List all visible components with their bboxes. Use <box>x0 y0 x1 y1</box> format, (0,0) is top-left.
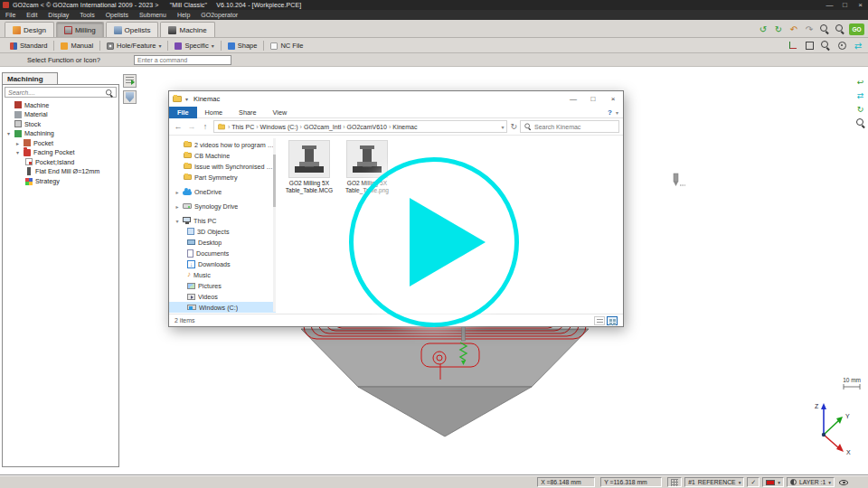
tree-item-material[interactable]: Material <box>3 110 118 120</box>
minimize-button[interactable]: — <box>822 0 837 10</box>
tree-expand-icon[interactable]: ▸ <box>14 140 21 146</box>
explorer-search-input[interactable] <box>534 124 616 130</box>
chevron-right-icon[interactable]: ▸ <box>175 203 180 210</box>
breadcrumb[interactable]: › This PC › Windows (C:) › GO2cam_Intl ›… <box>213 120 507 133</box>
chevron-down-icon[interactable]: ▾ <box>175 218 180 224</box>
ribbon-tab-view[interactable]: View <box>265 107 296 118</box>
standard-button[interactable]: Standard <box>5 40 52 52</box>
tree-collapse-icon[interactable]: ▾ <box>5 130 12 136</box>
breadcrumb-this-pc[interactable]: This PC <box>231 124 254 130</box>
previous-view-icon[interactable]: ↩ <box>854 76 866 88</box>
sidebar-item-videos[interactable]: Videos <box>169 291 276 302</box>
operation-list-button[interactable] <box>123 74 137 88</box>
breadcrumb-kinemac[interactable]: Kinemac <box>392 124 417 130</box>
ribbon-tab-home[interactable]: Home <box>197 107 231 118</box>
menu-help[interactable]: Help <box>172 10 195 20</box>
tree-collapse-icon[interactable]: ▾ <box>14 149 21 155</box>
search-icon[interactable] <box>106 89 113 97</box>
sidebar-item-cb-machine[interactable]: CB Machine <box>169 150 276 161</box>
forward-icon[interactable]: → <box>186 122 197 131</box>
sidebar-item-downloads[interactable]: ↓ Downloads <box>169 258 276 269</box>
color-selector[interactable]: ▾ <box>762 477 784 487</box>
tab-opelists[interactable]: Opelists <box>106 22 159 37</box>
sidebar-item-pictures[interactable]: Pictures <box>169 280 276 291</box>
tree-item-stock[interactable]: Stock <box>3 119 118 129</box>
sidebar-item-desktop[interactable]: Desktop <box>169 237 276 248</box>
menu-edit[interactable]: Edit <box>21 10 42 20</box>
menu-go2operator[interactable]: GO2operator <box>195 10 243 20</box>
refresh-icon[interactable]: ↻ <box>510 122 517 131</box>
reference-selector[interactable]: #1 REFERENCE ▾ <box>684 477 744 487</box>
sidebar-item-synology-drive[interactable]: ▸ Synology Drive <box>169 201 276 211</box>
redo-icon[interactable]: ↷ <box>803 23 816 35</box>
sidebar-item-videos-folder[interactable]: 2 videos how to program a 3X Debr <box>169 139 276 150</box>
chevron-right-icon[interactable]: ▸ <box>175 189 180 195</box>
shape-button[interactable]: Shape <box>222 40 263 52</box>
tree-item-machining[interactable]: ▾ Machining <box>3 129 118 139</box>
up-icon[interactable]: ↑ <box>200 122 211 131</box>
grid-toggle-button[interactable] <box>667 477 682 487</box>
undo-icon[interactable]: ↶ <box>788 23 800 35</box>
sidebar-item-part-symmetry[interactable]: Part Symmetry <box>169 172 276 183</box>
pan-view-icon[interactable]: ⇄ <box>854 89 866 101</box>
selection-filter-icon[interactable] <box>803 39 816 52</box>
explorer-minimize-button[interactable]: — <box>563 91 583 107</box>
quick-access-toolbar-icon[interactable]: ▾ <box>185 96 188 102</box>
nc-file-button[interactable]: NC File <box>265 40 308 52</box>
manual-button[interactable]: Manual <box>55 40 99 52</box>
tree-item-facing-pocket[interactable]: ▾ Facing Pocket <box>3 148 118 158</box>
sidebar-item-onedrive[interactable]: ▸ OneDrive <box>169 186 276 197</box>
file-item-mcg[interactable]: GO2 Milling 5X Table_Table.MCG <box>283 140 335 193</box>
sidebar-item-documents[interactable]: Documents <box>169 248 276 258</box>
specific-button[interactable]: Specific ▾ <box>169 40 219 52</box>
zoom-in-icon[interactable] <box>818 23 831 35</box>
refresh-icon[interactable]: ↻ <box>772 23 785 35</box>
command-input[interactable] <box>134 55 231 65</box>
tree-item-pocket[interactable]: ▸ Pocket <box>3 138 118 148</box>
menu-submenu[interactable]: Submenu <box>134 10 172 20</box>
menu-tools[interactable]: Tools <box>74 10 99 20</box>
tree-search-input[interactable] <box>5 89 96 96</box>
tab-machine[interactable]: Machine <box>160 22 214 37</box>
layer-selector[interactable]: LAYER :1 ▾ <box>787 477 835 487</box>
tree-item-pocket-island[interactable]: Pocket;Island <box>3 157 118 167</box>
dynamic-view-icon[interactable]: ⇄ <box>852 39 864 52</box>
axes-display-icon[interactable] <box>787 39 799 52</box>
tree-item-strategy[interactable]: Strategy <box>3 176 118 186</box>
protection-button[interactable] <box>123 90 137 104</box>
settings-icon[interactable] <box>835 39 848 52</box>
back-icon[interactable]: ← <box>173 122 184 131</box>
redraw-icon[interactable]: ↻ <box>854 103 866 115</box>
zoom-tool-icon[interactable] <box>854 117 866 128</box>
sidebar-item-synchronised-tools[interactable]: Issue with Synchronised Tools <box>169 161 276 172</box>
machining-panel-tab[interactable]: Machining <box>2 72 58 84</box>
tree-item-machine[interactable]: Machine <box>3 100 118 110</box>
visibility-icon[interactable] <box>839 480 848 485</box>
close-button[interactable]: × <box>853 0 868 10</box>
explorer-maximize-button[interactable]: □ <box>583 91 603 107</box>
hole-feature-button[interactable]: Hole/Feature ▾ <box>101 40 166 52</box>
details-view-button[interactable] <box>594 316 605 325</box>
sidebar-item-3d-objects[interactable]: 3D Objects <box>169 226 276 237</box>
address-dropdown-icon[interactable]: ▾ <box>501 124 504 130</box>
explorer-close-button[interactable]: × <box>603 91 623 107</box>
menu-file[interactable]: File <box>0 10 21 20</box>
breadcrumb-go2camv610[interactable]: GO2camV610 <box>347 124 387 130</box>
ribbon-collapse-icon[interactable]: ▾ <box>616 109 623 116</box>
sync-view-icon[interactable]: ↺ <box>757 23 769 35</box>
tree-item-flat-end-mill[interactable]: Flat End Mill Ø=12mm <box>3 167 118 177</box>
zoom-window-icon[interactable] <box>819 39 832 52</box>
ribbon-tab-share[interactable]: Share <box>231 107 264 118</box>
video-play-button[interactable] <box>349 157 519 327</box>
go2-operator-badge[interactable]: GO <box>849 23 864 35</box>
ribbon-tab-file[interactable]: File <box>169 107 197 118</box>
zoom-fit-icon[interactable] <box>834 23 846 35</box>
sidebar-item-this-pc[interactable]: ▾ This PC <box>169 215 276 226</box>
breadcrumb-windows-c[interactable]: Windows (C:) <box>260 124 298 130</box>
tab-design[interactable]: Design <box>5 22 54 37</box>
sidebar-item-music[interactable]: ♪ Music <box>169 269 276 280</box>
check-toggle-button[interactable]: ✓ <box>747 477 760 487</box>
tab-milling[interactable]: Milling <box>56 22 104 37</box>
menu-display[interactable]: Display <box>42 10 74 20</box>
help-icon[interactable]: ? <box>608 108 616 117</box>
